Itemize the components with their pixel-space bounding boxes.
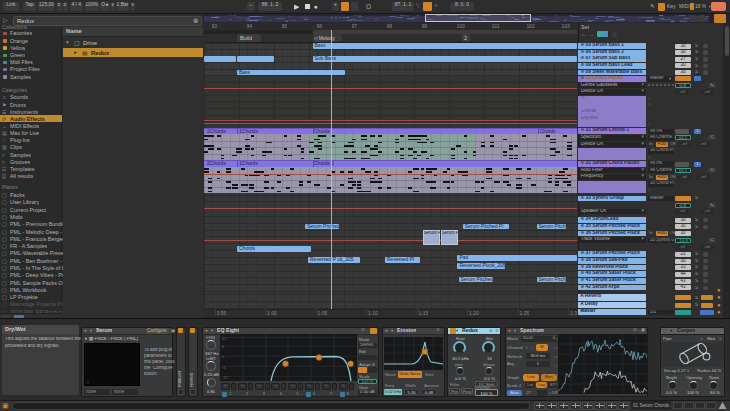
- svg-text:0: 0: [222, 354, 225, 359]
- svg-text:-6: -6: [222, 364, 226, 369]
- svg-text:12: 12: [222, 335, 227, 340]
- svg-text:6: 6: [222, 344, 225, 349]
- svg-text:-12: -12: [222, 374, 229, 379]
